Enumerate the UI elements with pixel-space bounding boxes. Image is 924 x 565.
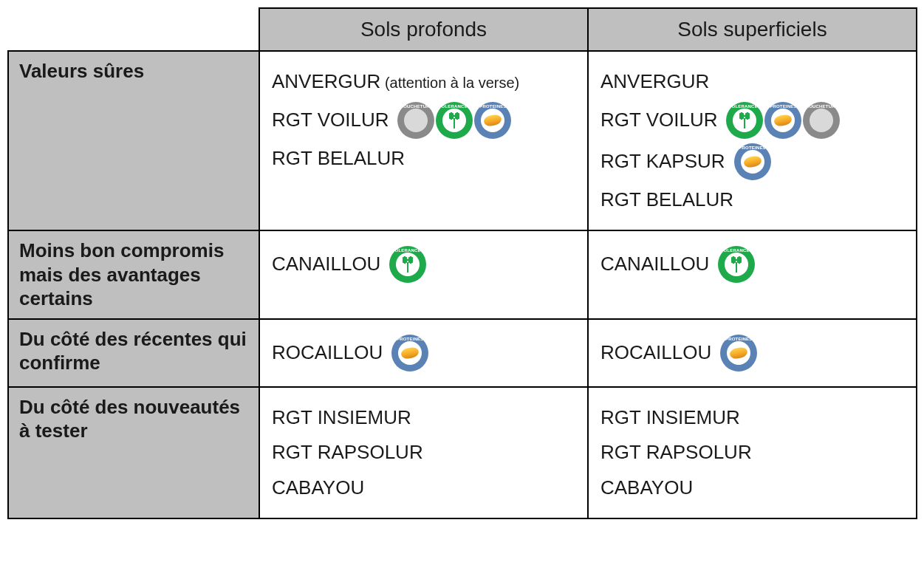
badge-group: MOUCHETURETOLERANCESPROTEINES — [397, 102, 511, 139]
badge-label: TOLERANCES — [726, 104, 763, 109]
grain-icon — [483, 113, 502, 127]
badge-inner — [771, 109, 795, 132]
cell: CANAILLOUTOLERANCES — [588, 230, 917, 319]
proteines-icon: PROTEINES — [764, 102, 801, 139]
tolerances-icon: TOLERANCES — [726, 102, 763, 139]
variety-entry: ANVERGUR (attention à la verse) — [272, 66, 575, 97]
grain-icon — [773, 113, 793, 127]
table-row: Du côté des nouveautés à testerRGT INSIE… — [8, 387, 917, 519]
variety-entry: ANVERGUR — [600, 66, 904, 97]
variety-name: ROCAILLOU — [272, 338, 383, 369]
badge-inner — [404, 109, 428, 132]
variety-entry: CANAILLOUTOLERANCES — [272, 246, 575, 283]
variety-entry: CABAYOU — [600, 473, 904, 504]
variety-name: CANAILLOU — [272, 249, 380, 280]
varieties-table: Sols profonds Sols superficiels Valeurs … — [7, 7, 917, 519]
variety-name: ANVERGUR (attention à la verse) — [272, 66, 519, 97]
sprout-icon — [400, 256, 416, 273]
badge-group: PROTEINES — [720, 335, 757, 371]
variety-entry: RGT INSIEMUR — [600, 403, 904, 434]
badge-label: PROTEINES — [720, 337, 757, 341]
cell: ANVERGUR (attention à la verse)RGT VOILU… — [259, 51, 588, 230]
grain-icon — [729, 346, 748, 360]
badge-inner — [396, 253, 420, 276]
variety-name: RGT BELALUR — [600, 185, 733, 216]
proteines-icon: PROTEINES — [391, 335, 428, 371]
badge-group: TOLERANCESPROTEINESMOUCHETURE — [726, 102, 840, 139]
table-row: Moins bon compromis mais des avantages c… — [8, 230, 917, 319]
moucheture-icon: MOUCHETURE — [803, 102, 840, 139]
moucheture-icon: MOUCHETURE — [397, 102, 434, 139]
cell: ANVERGURRGT VOILURTOLERANCESPROTEINESMOU… — [588, 51, 917, 230]
tolerances-icon: TOLERANCES — [718, 246, 755, 283]
variety-name: RGT VOILUR — [600, 105, 717, 136]
variety-name: RGT RAPSOLUR — [272, 437, 423, 468]
badge-inner — [733, 109, 756, 132]
tolerances-icon: TOLERANCES — [389, 246, 426, 283]
badge-label: PROTEINES — [391, 337, 428, 341]
sprout-icon — [446, 112, 462, 129]
variety-entry: RGT RAPSOLUR — [272, 437, 575, 468]
variety-name: ANVERGUR — [600, 66, 709, 97]
grain-icon — [742, 154, 762, 168]
table-row: Valeurs sûresANVERGUR (attention à la ve… — [8, 51, 917, 230]
cell: CANAILLOUTOLERANCES — [259, 230, 588, 319]
badge-group: TOLERANCES — [718, 246, 755, 283]
table-body: Valeurs sûresANVERGUR (attention à la ve… — [8, 51, 917, 518]
variety-name: RGT RAPSOLUR — [600, 437, 752, 468]
cell: RGT INSIEMURRGT RAPSOLURCABAYOU — [588, 387, 917, 519]
row-label: Moins bon compromis mais des avantages c… — [8, 230, 259, 319]
badge-label: PROTEINES — [764, 104, 801, 109]
variety-name: RGT KAPSUR — [600, 146, 725, 177]
col-header-profonds: Sols profonds — [259, 8, 588, 51]
badge-inner — [727, 341, 750, 365]
variety-entry: CABAYOU — [272, 473, 575, 504]
badge-group: PROTEINES — [734, 143, 771, 180]
table-header: Sols profonds Sols superficiels — [8, 8, 917, 51]
variety-entry: RGT KAPSURPROTEINES — [600, 143, 904, 180]
table-row: Du côté des récentes qui confirmeROCAILL… — [8, 319, 917, 387]
badge-inner — [442, 109, 466, 132]
variety-entry: RGT INSIEMUR — [272, 403, 575, 434]
variety-entry: RGT VOILURTOLERANCESPROTEINESMOUCHETURE — [600, 102, 904, 139]
variety-entry: RGT VOILURMOUCHETURETOLERANCESPROTEINES — [272, 102, 575, 139]
badge-inner — [725, 253, 748, 276]
variety-entry: RGT RAPSOLUR — [600, 437, 904, 468]
row-label: Du côté des nouveautés à tester — [8, 387, 259, 519]
cell: RGT INSIEMURRGT RAPSOLURCABAYOU — [259, 387, 588, 519]
sprout-icon — [736, 112, 753, 129]
sprout-icon — [728, 256, 745, 273]
variety-entry: CANAILLOUTOLERANCES — [600, 246, 904, 283]
row-label: Valeurs sûres — [8, 51, 259, 230]
variety-name: CABAYOU — [272, 473, 364, 504]
badge-inner — [398, 341, 422, 365]
proteines-icon: PROTEINES — [734, 143, 771, 180]
cell: ROCAILLOUPROTEINES — [259, 319, 588, 387]
row-label: Du côté des récentes qui confirme — [8, 319, 259, 387]
grain-icon — [400, 346, 420, 360]
variety-entry: ROCAILLOUPROTEINES — [600, 335, 904, 371]
variety-name: ROCAILLOU — [600, 338, 711, 369]
badge-label: MOUCHETURE — [397, 104, 434, 109]
variety-entry: RGT BELALUR — [600, 185, 904, 216]
variety-name: RGT VOILUR — [272, 105, 389, 136]
badge-inner — [810, 109, 833, 132]
badge-label: PROTEINES — [734, 145, 771, 150]
badge-label: TOLERANCES — [718, 248, 755, 253]
badge-label: TOLERANCES — [436, 104, 473, 109]
variety-entry: RGT BELALUR — [272, 143, 575, 174]
badge-inner — [481, 109, 504, 132]
badge-label: PROTEINES — [474, 104, 511, 109]
variety-entry: ROCAILLOUPROTEINES — [272, 335, 575, 371]
badge-label: TOLERANCES — [389, 248, 426, 253]
col-header-superficiels: Sols superficiels — [588, 8, 917, 51]
badge-label: MOUCHETURE — [803, 104, 840, 109]
variety-name: RGT BELALUR — [272, 143, 405, 174]
proteines-icon: PROTEINES — [720, 335, 757, 371]
tolerances-icon: TOLERANCES — [436, 102, 473, 139]
variety-name: CANAILLOU — [600, 249, 709, 280]
variety-name: RGT INSIEMUR — [600, 403, 740, 434]
header-blank — [8, 8, 259, 51]
variety-name: RGT INSIEMUR — [272, 403, 411, 434]
badge-group: PROTEINES — [391, 335, 428, 371]
